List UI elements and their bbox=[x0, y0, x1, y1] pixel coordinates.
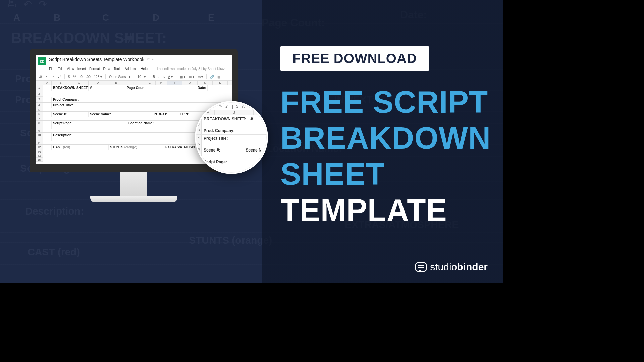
table-row: 4 Project Title: bbox=[36, 103, 232, 108]
paint-format-icon[interactable]: 🖌 bbox=[58, 75, 61, 79]
col-header[interactable]: H bbox=[156, 81, 167, 85]
menu-file[interactable]: File bbox=[49, 67, 54, 71]
decimal-increase-icon[interactable]: .00 bbox=[86, 75, 91, 79]
insert-link-icon[interactable]: 🔗 bbox=[210, 75, 214, 79]
undo-icon[interactable]: ↶ bbox=[46, 75, 48, 79]
last-edit-text[interactable]: Last edit was made on July 31 by Shant K… bbox=[157, 67, 225, 71]
redo-icon: ↷ bbox=[219, 104, 222, 109]
menu-data[interactable]: Data bbox=[103, 67, 110, 71]
print-icon[interactable]: 🖶 bbox=[39, 75, 42, 79]
italic-icon[interactable]: I bbox=[158, 75, 159, 79]
col-header[interactable]: D bbox=[89, 81, 107, 85]
text-color-icon[interactable]: A ▾ bbox=[168, 75, 173, 79]
main-title: FREE SCRIPT BREAKDOWN SHEET TEMPLATE bbox=[280, 84, 488, 229]
table-row: 1 BREAKDOWN SHEET: # Page Count: Date: bbox=[36, 85, 232, 91]
col-header[interactable]: A bbox=[43, 81, 52, 85]
menu-bar: File Edit View Insert Format Data Tools … bbox=[49, 67, 232, 71]
folder-icon[interactable]: ▪ bbox=[152, 57, 153, 61]
col-header[interactable]: K bbox=[198, 81, 213, 85]
toolbar: 🖶 ↶ ↷ 🖌 $ % .0 .00 123 ▾ Open Sans ▾ 10 … bbox=[36, 73, 232, 81]
monitor-stand-neck bbox=[120, 172, 147, 196]
menu-insert[interactable]: Insert bbox=[77, 67, 86, 71]
percent-icon: % bbox=[241, 104, 245, 109]
table-row: 3 Prod. Company: bbox=[36, 97, 232, 103]
bold-icon[interactable]: B bbox=[153, 75, 155, 79]
free-download-badge: FREE DOWNLOAD bbox=[280, 46, 429, 71]
redo-icon[interactable]: ↷ bbox=[52, 75, 54, 79]
sheets-icon: ▦ bbox=[38, 57, 46, 65]
currency-icon: $ bbox=[236, 104, 238, 109]
insert-comment-icon[interactable]: ▤ bbox=[217, 75, 220, 79]
col-header[interactable]: B bbox=[52, 81, 70, 85]
col-header[interactable]: E bbox=[107, 81, 125, 85]
headline-block: FREE DOWNLOAD FREE SCRIPT BREAKDOWN SHEE… bbox=[280, 46, 488, 229]
font-size[interactable]: 10 ▾ bbox=[138, 75, 146, 79]
menu-edit[interactable]: Edit bbox=[58, 67, 63, 71]
magnifier-lens: ↶ ↷ 🖌 | $ % A B C 1BREAKDOWN SHEET:# 2 3… bbox=[195, 101, 268, 174]
col-header[interactable]: J bbox=[182, 81, 198, 85]
logo-text: studiobinder bbox=[430, 261, 488, 273]
col-header[interactable]: C bbox=[70, 81, 89, 85]
font-selector[interactable]: Open Sans ▾ bbox=[109, 75, 130, 79]
col-header[interactable]: G bbox=[144, 81, 156, 85]
fill-color-icon[interactable]: ▦ ▾ bbox=[180, 75, 185, 79]
menu-view[interactable]: View bbox=[67, 67, 74, 71]
studiobinder-logo: studiobinder bbox=[415, 261, 488, 273]
menu-format[interactable]: Format bbox=[89, 67, 100, 71]
menu-tools[interactable]: Tools bbox=[114, 67, 121, 71]
currency-icon[interactable]: $ bbox=[68, 75, 70, 79]
strike-icon[interactable]: S̶ bbox=[163, 75, 165, 79]
col-header[interactable]: F bbox=[125, 81, 144, 85]
menu-help[interactable]: Help bbox=[141, 67, 148, 71]
decimal-decrease-icon[interactable]: .0 bbox=[79, 75, 82, 79]
mag-col: B bbox=[215, 110, 254, 115]
logo-icon bbox=[415, 262, 427, 272]
borders-icon[interactable]: ⊞ ▾ bbox=[189, 75, 194, 79]
document-title[interactable]: Script Breakdown Sheets Template Workboo… bbox=[49, 57, 144, 62]
menu-addons[interactable]: Add-ons bbox=[125, 67, 137, 71]
monitor-stand-base bbox=[90, 196, 177, 202]
merge-icon[interactable]: ▭ ▾ bbox=[198, 75, 203, 79]
more-formats[interactable]: 123 ▾ bbox=[94, 75, 102, 79]
col-header[interactable]: I bbox=[167, 81, 182, 85]
col-header[interactable]: L bbox=[213, 81, 228, 85]
column-headers: A B C D E F G H I J K L bbox=[36, 81, 232, 85]
paint-icon: 🖌 bbox=[225, 104, 229, 109]
promo-stage: 🖶 ↶ ↷ A B C D E BREAKDOWN SHEET: # Page … bbox=[0, 0, 503, 283]
star-icon[interactable]: ☆ bbox=[146, 57, 150, 61]
percent-icon[interactable]: % bbox=[73, 75, 76, 79]
